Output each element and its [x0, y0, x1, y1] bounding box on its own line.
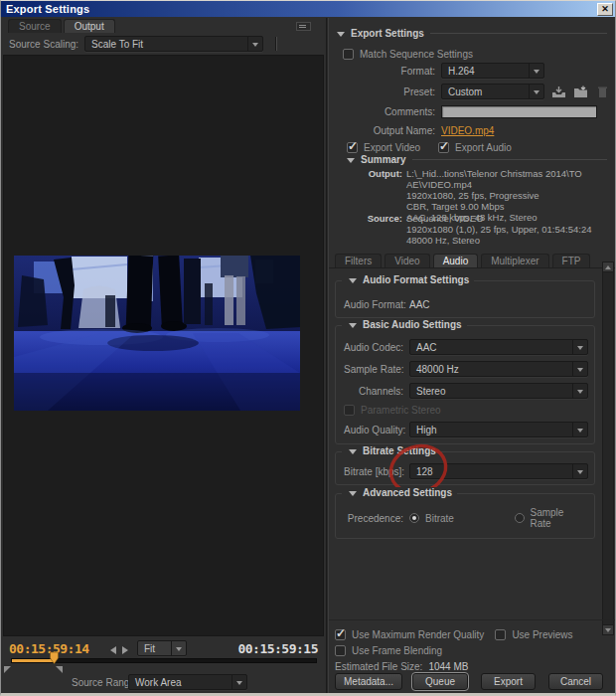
collapse-triangle-icon: [349, 491, 357, 496]
export-audio-checkbox[interactable]: ✓: [438, 142, 449, 153]
channels-label: Channels:: [344, 386, 403, 397]
output-name-link[interactable]: VIDEO.mp4: [441, 125, 494, 136]
settings-scrollbar[interactable]: [602, 261, 614, 635]
bitrate-settings-header[interactable]: Bitrate Settings: [342, 445, 441, 456]
audio-format-settings-group: Audio Format Settings Audio Format: AAC: [335, 280, 595, 318]
export-button[interactable]: Export: [481, 673, 536, 690]
match-sequence-label: Match Sequence Settings: [360, 49, 473, 60]
use-previews-checkbox[interactable]: [495, 629, 506, 640]
channels-dropdown[interactable]: Stereo: [409, 383, 588, 399]
preset-actions: [551, 86, 610, 98]
summary-line: Sequence, VIDEO: [406, 213, 609, 224]
preset-label: Preset:: [329, 87, 435, 97]
estimated-size-row: Estimated File Size: 1044 MB: [329, 658, 615, 674]
bitrate-label: Bitrate [kbps]:: [344, 466, 403, 477]
use-frame-blending-checkbox[interactable]: [335, 645, 346, 656]
tab-multiplexer[interactable]: Multiplexer: [481, 254, 548, 267]
audio-format-row: Audio Format: AAC: [344, 296, 586, 312]
estimated-size-label: Estimated File Size:: [335, 661, 422, 672]
audio-codec-dropdown[interactable]: AAC: [409, 339, 588, 355]
tab-ftp[interactable]: FTP: [552, 254, 591, 267]
video-frame: [14, 256, 300, 411]
format-dropdown[interactable]: H.264: [441, 63, 544, 79]
close-icon[interactable]: ✕: [597, 3, 613, 16]
dialog-footer: ✓ Use Maximum Render Quality Use Preview…: [329, 619, 615, 695]
radio-bitrate-label: Bitrate: [425, 513, 454, 524]
tab-filters[interactable]: Filters: [335, 254, 382, 267]
use-max-render-checkbox[interactable]: ✓: [335, 629, 346, 640]
audio-quality-row: Audio Quality: High: [344, 422, 586, 437]
format-label: Format:: [329, 66, 435, 77]
summary-line: 1920x1080, 25 fps, Progressive: [406, 190, 609, 201]
tab-output[interactable]: Output: [64, 19, 115, 33]
bitrate-dropdown[interactable]: 128: [409, 463, 588, 479]
jog-next-icon[interactable]: [122, 646, 128, 654]
parametric-stereo-checkbox[interactable]: [344, 405, 355, 416]
frame-blending-row: Use Frame Blending: [329, 642, 615, 658]
scrollbar-up-icon[interactable]: [603, 262, 613, 272]
audio-quality-dropdown[interactable]: High: [409, 422, 588, 437]
video-still-crowd-scene: [14, 256, 300, 411]
basic-audio-settings-header[interactable]: Basic Audio Settings: [342, 319, 467, 330]
collapse-triangle-icon: [337, 32, 345, 37]
radio-sample-rate[interactable]: [515, 513, 525, 523]
export-settings-dialog: Export Settings ✕ Source Output Source S…: [0, 0, 616, 696]
comments-row: Comments:: [329, 103, 615, 119]
audio-format-label: Audio Format:: [344, 299, 403, 310]
tab-audio[interactable]: Audio: [433, 254, 479, 267]
tab-source[interactable]: Source: [8, 19, 62, 33]
radio-bitrate[interactable]: [409, 513, 419, 523]
audio-quality-label: Audio Quality:: [344, 425, 403, 435]
precedence-label: Precedence:: [344, 513, 403, 524]
summary-source-block: Source: Sequence, VIDEO 1920x1080 (1,0),…: [329, 213, 609, 246]
toolbar-separator: [275, 37, 277, 51]
preset-dropdown[interactable]: Custom: [441, 84, 544, 99]
summary-line: L:\_Hid...tions\Telenor Christmas 2014\T…: [406, 168, 609, 190]
save-preset-icon[interactable]: [551, 86, 566, 98]
advanced-settings-header[interactable]: Advanced Settings: [342, 487, 457, 498]
chevron-down-icon: [529, 64, 543, 78]
radio-sample-rate-label: Sample Rate: [531, 507, 587, 529]
chevron-down-icon: [572, 423, 587, 436]
chevron-down-icon: [572, 384, 587, 398]
export-toggles-row: ✓ Export Video ✓ Export Audio: [329, 139, 615, 155]
estimated-size-value: 1044 MB: [428, 661, 468, 672]
summary-header[interactable]: Summary: [345, 154, 607, 165]
delete-preset-icon[interactable]: [595, 86, 610, 98]
export-video-label: Export Video: [364, 142, 420, 153]
zoom-fit-dropdown[interactable]: Fit: [137, 640, 187, 656]
parametric-stereo-row: Parametric Stereo: [344, 402, 586, 418]
queue-button[interactable]: Queue: [412, 673, 468, 690]
work-area-out-marker[interactable]: [56, 666, 63, 673]
work-area-in-marker[interactable]: [4, 666, 11, 673]
import-preset-icon[interactable]: [573, 86, 588, 98]
chevron-down-icon: [572, 340, 587, 354]
source-scaling-label: Source Scaling:: [9, 39, 78, 50]
summary-line: 48000 Hz, Stereo: [406, 235, 609, 246]
timeline-scrubber[interactable]: [11, 658, 317, 663]
export-video-checkbox[interactable]: ✓: [347, 142, 358, 153]
audio-codec-row: Audio Codec: AAC: [344, 339, 586, 355]
basic-audio-settings-group: Basic Audio Settings Audio Codec: AAC Sa…: [335, 325, 595, 444]
format-row: Format: H.264: [329, 63, 615, 79]
header-rule: [412, 159, 607, 160]
cancel-button[interactable]: Cancel: [548, 673, 603, 690]
playhead-marker[interactable]: [50, 651, 59, 664]
chevron-down-icon: [572, 362, 587, 376]
chevron-down-icon: [247, 37, 262, 51]
collapse-triangle-icon: [349, 323, 357, 328]
source-scaling-dropdown[interactable]: Scale To Fit: [84, 36, 263, 52]
metadata-button[interactable]: Metadata...: [335, 673, 402, 690]
panel-menu-icon[interactable]: [296, 22, 311, 31]
collapse-triangle-icon: [347, 158, 355, 163]
source-range-dropdown[interactable]: Work Area: [128, 674, 247, 690]
export-settings-header[interactable]: Export Settings: [335, 28, 607, 39]
sample-rate-dropdown[interactable]: 48000 Hz: [409, 361, 588, 377]
advanced-settings-group: Advanced Settings Precedence: Bitrate Sa…: [335, 493, 595, 539]
tab-video[interactable]: Video: [385, 254, 429, 267]
audio-format-settings-header[interactable]: Audio Format Settings: [342, 274, 474, 285]
jog-previous-icon[interactable]: [110, 646, 116, 654]
use-previews-label: Use Previews: [512, 629, 572, 640]
match-sequence-checkbox[interactable]: [343, 49, 354, 60]
comments-input[interactable]: [441, 105, 597, 118]
